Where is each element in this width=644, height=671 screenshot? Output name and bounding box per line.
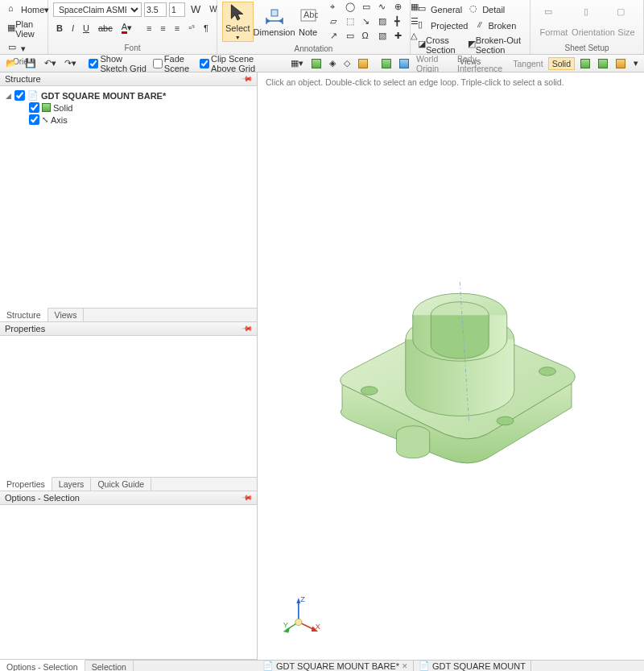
annot-btn-3[interactable]: ▭ (359, 2, 374, 14)
svg-point-16 (295, 619, 302, 625)
note-button[interactable]: Abc Note (295, 2, 321, 42)
tangent-button[interactable]: Tangent (511, 58, 544, 69)
fade-scene-check[interactable]: Fade Scene (153, 54, 196, 73)
view-broken-button[interactable]: ⫽Broken (473, 18, 518, 34)
annot-btn-2[interactable]: ◯ (343, 2, 357, 14)
pin-icon-2[interactable]: 📌 (242, 323, 254, 335)
font-weight-input[interactable] (169, 2, 185, 17)
paragraph-button[interactable]: ¶ (200, 22, 212, 35)
annot-btn-15[interactable]: Ω (359, 31, 374, 43)
bold-button[interactable]: B (53, 22, 66, 35)
center-icon: ⊕ (394, 2, 402, 14)
view-btn-1[interactable] (379, 58, 394, 69)
redo-button[interactable]: ↷▾ (62, 57, 79, 69)
rotate-button[interactable]: ▭▾ (5, 40, 29, 56)
orientation-button[interactable]: ▯Orientation (575, 2, 612, 42)
tab-properties[interactable]: Properties (0, 477, 52, 491)
italic-button[interactable]: I (68, 22, 77, 35)
tab-structure[interactable]: Structure (0, 308, 48, 321)
tab-layers[interactable]: Layers (52, 478, 92, 491)
expand-icon[interactable]: ◢ (5, 92, 12, 100)
annot-btn-14[interactable]: ▭ (343, 31, 357, 43)
properties-body[interactable] (0, 336, 257, 477)
annot-btn-5[interactable]: ⊕ (391, 2, 406, 14)
annot-btn-8[interactable]: ⬚ (343, 16, 357, 29)
undo-button[interactable]: ↶▾ (42, 57, 59, 69)
doctab-active[interactable]: 📄 GDT SQUARE MOUNT BARE* ✕ (258, 661, 414, 671)
mode-btn-2[interactable] (596, 58, 610, 69)
annot-btn-17[interactable]: ✚ (391, 31, 406, 43)
show-sketch-grid-check[interactable]: Show Sketch Grid (89, 54, 149, 73)
annot-btn-7[interactable]: ▱ (327, 16, 341, 29)
tree-node-solid[interactable]: Solid (5, 101, 252, 114)
annot-btn-11[interactable]: ╋ (391, 16, 406, 29)
save-button[interactable]: 💾 (23, 57, 39, 69)
dimension-icon (265, 6, 284, 26)
wire-icon: ◈ (329, 58, 336, 68)
pin-icon[interactable]: 📌 (242, 73, 254, 85)
annot-btn-16[interactable]: ▧ (375, 31, 390, 43)
plan-view-button[interactable]: ▦Plan View (5, 18, 43, 40)
snap-btn-5[interactable] (356, 58, 370, 69)
mode-btn-3[interactable] (613, 58, 628, 69)
close-icon[interactable]: ✕ (402, 662, 408, 670)
left-panels: Structure📌 ◢ 📄 GDT SQUARE MOUNT BARE* So… (0, 72, 258, 660)
home-button[interactable]: ⌂Home ▾ (5, 2, 52, 18)
axis-triad[interactable]: Z X Y (282, 595, 322, 636)
clip-scene-check[interactable]: Clip Scene Above Grid (200, 54, 274, 73)
align-left-button[interactable]: ≡ (143, 22, 155, 35)
annot-btn-10[interactable]: ▨ (375, 16, 390, 29)
size-button[interactable]: ▢Size (614, 2, 638, 42)
annot-btn-9[interactable]: ↘ (359, 16, 374, 29)
body-interference-button[interactable]: Body Interference (456, 53, 508, 74)
structure-tree[interactable]: ◢ 📄 GDT SQUARE MOUNT BARE* Solid ⤡ Axis (0, 86, 257, 308)
group-label-font: Font (53, 43, 212, 54)
strike-button[interactable]: abc (95, 22, 116, 35)
solid-mode-button[interactable]: Solid (548, 57, 575, 70)
annot-btn-13[interactable]: ↗ (327, 31, 341, 43)
root-check[interactable] (14, 90, 25, 101)
structure-panel: Structure📌 ◢ 📄 GDT SQUARE MOUNT BARE* So… (0, 72, 257, 322)
world-origin-button[interactable]: World Origin (415, 53, 452, 74)
font-color-button[interactable]: A▾ (118, 20, 135, 35)
view-general-button[interactable]: ▭General (415, 2, 464, 18)
doc-icon: 📄 (262, 661, 274, 671)
tree-node-axis[interactable]: ⤡ Axis (5, 114, 252, 126)
tree-root[interactable]: ◢ 📄 GDT SQUARE MOUNT BARE* (5, 89, 252, 101)
options-body[interactable] (0, 505, 257, 659)
svg-point-7 (539, 367, 556, 376)
format-button[interactable]: ▭Format (535, 2, 572, 42)
superscript-button[interactable]: ▫ˢ (185, 21, 198, 35)
axis-check[interactable] (29, 114, 39, 125)
underline-button[interactable]: U (80, 22, 93, 35)
font-family-select[interactable]: SpaceClaim ASME C (53, 2, 142, 17)
snap-btn-4[interactable]: ◇ (341, 57, 353, 69)
tab-options-selection[interactable]: Options - Selection (0, 660, 85, 671)
snap-btn-1[interactable]: ▦▾ (288, 57, 306, 69)
mode-btn-4[interactable]: ▾ (631, 57, 641, 69)
view-detail-button[interactable]: ◌Detail (467, 2, 507, 18)
align-center-button[interactable]: ≡ (157, 22, 168, 35)
font-grow-button[interactable]: W (188, 2, 204, 17)
doctab-2[interactable]: 📄 GDT SQUARE MOUNT (414, 661, 531, 671)
pin-icon-3[interactable]: 📌 (242, 492, 254, 504)
font-size-input[interactable] (144, 2, 167, 17)
tab-selection[interactable]: Selection (85, 661, 134, 671)
tab-views[interactable]: Views (48, 309, 85, 321)
snap-btn-3[interactable]: ◈ (327, 57, 338, 69)
viewport-3d[interactable]: Click an object. Double-click to select … (258, 72, 644, 660)
select-tool-button[interactable]: Select▼ (222, 2, 254, 42)
tab-quick-guide[interactable]: Quick Guide (91, 478, 151, 491)
view-projected-button[interactable]: ▯Projected (415, 18, 470, 34)
font-color-icon: A (122, 22, 127, 34)
mode-green-icon (580, 59, 590, 68)
align-right-button[interactable]: ≡ (171, 22, 183, 35)
annot-btn-1[interactable]: ⌖ (327, 2, 341, 14)
view-btn-2[interactable] (397, 58, 411, 69)
open-button[interactable]: 📂 (3, 57, 19, 69)
mode-btn-1[interactable] (578, 58, 592, 69)
solid-check[interactable] (29, 102, 39, 113)
dimension-button[interactable]: Dimension (256, 2, 293, 42)
snap-btn-2[interactable] (309, 58, 324, 69)
annot-btn-4[interactable]: ∿ (375, 2, 390, 14)
